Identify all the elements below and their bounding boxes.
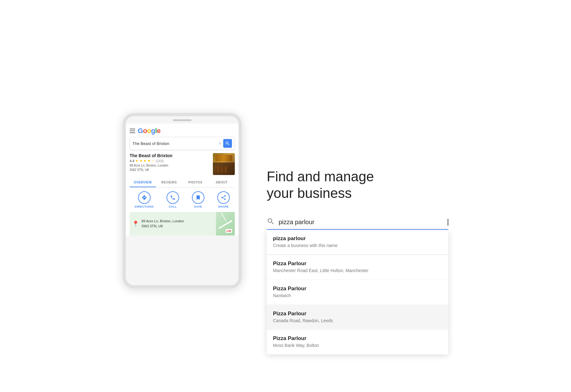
google-topbar: Google bbox=[126, 124, 239, 137]
business-info: The Beast of Brixton 4.4 ★ ★ ★ ★ ☆ (143)… bbox=[130, 153, 210, 172]
save-label: SAVE bbox=[194, 205, 202, 208]
star-2: ★ bbox=[139, 159, 142, 163]
phone-mockup: Google The Beast of Brixton × The Beast … bbox=[123, 113, 242, 288]
directions-icon bbox=[138, 191, 151, 204]
dropdown-create-sub: Create a business with this name bbox=[273, 243, 442, 249]
call-label: CALL bbox=[169, 205, 177, 208]
dropdown-create-name: pizza parlour bbox=[273, 235, 442, 242]
directions-button[interactable]: DIRECTIONS bbox=[135, 191, 154, 208]
save-icon bbox=[192, 191, 204, 204]
call-icon bbox=[167, 191, 179, 204]
star-4: ★ bbox=[147, 159, 151, 163]
dropdown-item-nantwich[interactable]: Pizza Parlour Nantwich bbox=[267, 280, 448, 305]
business-card: The Beast of Brixton 4.4 ★ ★ ★ ★ ☆ (143)… bbox=[130, 153, 235, 175]
share-label: SHARE bbox=[218, 205, 229, 208]
dropdown-rawdon-sub: Canada Road, Rawdon, Leeds bbox=[273, 318, 442, 324]
tab-photos[interactable]: PHOTOS bbox=[182, 178, 208, 187]
tab-about[interactable]: ABOUT bbox=[208, 178, 235, 187]
dropdown-bolton-name: Pizza Parlour bbox=[273, 335, 442, 342]
phone-clear-button[interactable]: × bbox=[219, 141, 221, 146]
phone-search-text: The Beast of Brixton bbox=[132, 141, 219, 146]
phone-speaker bbox=[173, 119, 192, 121]
business-thumbnail bbox=[213, 153, 235, 175]
search-input[interactable]: pizza parlour bbox=[279, 219, 444, 226]
share-button[interactable]: SHARE bbox=[217, 191, 230, 208]
main-heading: Find and manage your business bbox=[267, 168, 448, 202]
dropdown-item-rawdon[interactable]: Pizza Parlour Canada Road, Rawdon, Leeds bbox=[267, 305, 448, 330]
map-preview[interactable]: 📍 89 Acre Ln, Brixton, London SW2 5TN, U… bbox=[130, 212, 235, 235]
share-icon bbox=[217, 191, 230, 204]
call-button[interactable]: CALL bbox=[167, 191, 179, 208]
star-3: ★ bbox=[143, 159, 147, 163]
tab-overview[interactable]: OVERVIEW bbox=[130, 178, 156, 187]
lidl-badge: Lidl bbox=[225, 229, 232, 233]
phone-screen: Google The Beast of Brixton × The Beast … bbox=[126, 124, 239, 235]
tab-bar: OVERVIEW REVIEWS PHOTOS ABOUT bbox=[130, 178, 235, 188]
dropdown-bolton-sub: Moss Bank Way, Bolton bbox=[273, 343, 442, 349]
hamburger-icon[interactable] bbox=[130, 129, 135, 133]
dropdown-manchester-sub: Manchester Road East, Little Hulton, Man… bbox=[273, 268, 442, 274]
search-magnifier-icon bbox=[267, 217, 275, 227]
dropdown-item-create[interactable]: pizza parlour Create a business with thi… bbox=[267, 230, 448, 255]
dropdown-nantwich-name: Pizza Parlour bbox=[273, 286, 442, 292]
star-half: ☆ bbox=[152, 159, 155, 163]
phone-search-button[interactable] bbox=[223, 139, 232, 148]
dropdown-item-manchester[interactable]: Pizza Parlour Manchester Road East, Litt… bbox=[267, 255, 448, 280]
dropdown-manchester-name: Pizza Parlour bbox=[273, 260, 442, 267]
map-address: 89 Acre Ln, Brixton, London SW2 5TN, UK bbox=[141, 219, 184, 229]
dropdown-item-bolton[interactable]: Pizza Parlour Moss Bank Way, Bolton bbox=[267, 330, 448, 354]
star-1: ★ bbox=[135, 159, 138, 163]
action-buttons: DIRECTIONS CALL SAVE SHARE bbox=[126, 188, 239, 212]
search-dropdown: pizza parlour Create a business with thi… bbox=[267, 230, 448, 354]
search-input-row: pizza parlour bbox=[267, 217, 448, 230]
stars-row: 4.4 ★ ★ ★ ★ ☆ (143) bbox=[130, 159, 210, 163]
save-button[interactable]: SAVE bbox=[192, 191, 204, 208]
right-panel: Find and manage your business pizza parl… bbox=[267, 162, 448, 230]
dropdown-rawdon-name: Pizza Parlour bbox=[273, 311, 442, 317]
dropdown-nantwich-sub: Nantwich bbox=[273, 293, 442, 299]
map-pin-icon: 📍 bbox=[132, 220, 139, 227]
cursor-blink bbox=[448, 219, 448, 226]
search-section: pizza parlour pizza parlour Create a bus… bbox=[267, 217, 448, 230]
google-logo: Google bbox=[138, 127, 161, 135]
review-count: (143) bbox=[156, 159, 164, 163]
directions-label: DIRECTIONS bbox=[135, 205, 154, 208]
business-name: The Beast of Brixton bbox=[130, 153, 210, 158]
rating-number: 4.4 bbox=[130, 159, 134, 163]
phone-search-bar[interactable]: The Beast of Brixton × bbox=[130, 137, 235, 150]
tab-reviews[interactable]: REVIEWS bbox=[156, 178, 182, 187]
business-address: 89 Acre Ln, Brixton, London SW2 5TN, UK bbox=[130, 163, 210, 172]
